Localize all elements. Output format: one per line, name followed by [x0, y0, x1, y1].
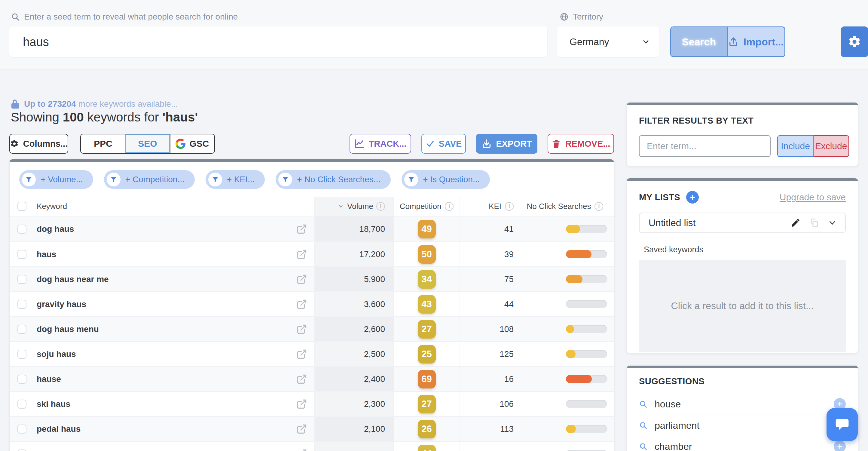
row-checkbox[interactable]	[18, 325, 26, 334]
competition-badge: 43	[418, 295, 436, 313]
header-kei[interactable]: KEI i	[460, 197, 523, 216]
header-volume[interactable]: Volume i	[314, 197, 394, 216]
funnel-icon	[278, 173, 292, 186]
list-chevron-down-icon[interactable]	[828, 218, 837, 227]
suggestion-item[interactable]: parliament +	[639, 415, 846, 436]
saved-keywords-empty-state: Click a result to add it to this list...	[639, 260, 846, 352]
suggestion-item[interactable]: house +	[639, 394, 846, 415]
external-link-icon[interactable]	[296, 274, 307, 285]
external-link-icon[interactable]	[296, 249, 307, 260]
kei-value: 113	[500, 424, 514, 434]
keyword-link[interactable]: ski haus	[37, 399, 70, 409]
external-link-icon[interactable]	[296, 324, 307, 335]
suggestions-card: SUGGESTIONS house + parliament + chamber…	[627, 366, 858, 451]
select-all-checkbox[interactable]	[18, 202, 26, 211]
table-row: soju haus 2,500 25 125	[10, 341, 614, 366]
territory-select[interactable]: Germany	[557, 26, 659, 57]
competition-badge: 50	[418, 245, 436, 264]
external-link-icon[interactable]	[296, 349, 307, 360]
keyword-link[interactable]: dog haus near me	[37, 274, 109, 284]
competition-badge: 25	[418, 345, 436, 363]
external-link-icon[interactable]	[296, 299, 307, 310]
row-checkbox[interactable]	[18, 250, 26, 259]
sort-desc-icon	[338, 203, 344, 210]
competition-badge: 44	[418, 445, 436, 451]
list-name: Untitled list	[649, 217, 696, 229]
info-icon[interactable]: i	[505, 202, 514, 211]
globe-icon	[560, 12, 569, 21]
external-link-icon[interactable]	[296, 449, 307, 451]
kei-value: 75	[504, 274, 514, 284]
row-checkbox[interactable]	[18, 374, 26, 384]
info-icon[interactable]: i	[594, 202, 603, 211]
suggestion-item[interactable]: chamber +	[639, 436, 846, 451]
download-icon	[482, 139, 492, 149]
header-competition[interactable]: Competition i	[394, 197, 460, 216]
remove-button[interactable]: REMOVE...	[548, 134, 614, 154]
row-checkbox[interactable]	[18, 300, 26, 309]
external-link-icon[interactable]	[296, 374, 307, 385]
filter-chip[interactable]: + Competition...	[104, 170, 195, 189]
exclude-button[interactable]: Exclude	[814, 135, 849, 157]
header-no-click-searches[interactable]: No Click Searches i	[523, 197, 614, 216]
seed-term-input[interactable]	[9, 26, 547, 57]
filter-chip[interactable]: + No Click Searches...	[276, 170, 391, 189]
keyword-link[interactable]: hause	[37, 374, 61, 384]
filter-chips-row: + Volume... + Competition... + KEI... + …	[10, 162, 614, 197]
no-click-searches-bar	[566, 225, 607, 233]
upgrade-link[interactable]: Upgrade to save	[780, 192, 846, 202]
keyword-link[interactable]: pedal haus	[37, 424, 81, 434]
info-icon[interactable]: i	[376, 202, 385, 211]
track-button[interactable]: TRACK...	[349, 134, 411, 154]
filter-chip[interactable]: + KEI...	[206, 170, 265, 189]
kei-value: 39	[504, 249, 514, 259]
keyword-link[interactable]: gravity haus	[37, 299, 86, 309]
tab-ppc[interactable]: PPC	[81, 134, 125, 153]
row-checkbox[interactable]	[18, 350, 26, 359]
filter-chip[interactable]: + Is Question...	[402, 170, 490, 189]
table-row: hause 2,400 69 16	[10, 366, 614, 391]
copy-list-icon[interactable]	[809, 218, 819, 228]
competition-badge: 49	[418, 220, 436, 238]
funnel-icon	[22, 173, 36, 186]
settings-button[interactable]	[841, 26, 868, 57]
external-link-icon[interactable]	[296, 399, 307, 410]
search-icon	[639, 400, 647, 408]
keyword-link[interactable]: soju haus	[37, 350, 76, 359]
volume-value: 1,900	[364, 449, 385, 451]
keyword-link[interactable]: gravity haus breckenridge	[37, 449, 142, 451]
header-keyword[interactable]: Keyword	[34, 197, 314, 216]
edit-list-icon[interactable]	[790, 218, 801, 228]
row-checkbox[interactable]	[18, 224, 26, 234]
info-icon[interactable]: i	[445, 202, 454, 211]
upsell-banner[interactable]: Up to 273204 more keywords available...	[11, 99, 178, 109]
keyword-link[interactable]: dog haus	[37, 224, 74, 234]
add-suggestion-button[interactable]: +	[834, 441, 846, 451]
page-title: Showing 100 keywords for 'haus'	[11, 110, 198, 124]
import-button[interactable]: Import...	[727, 27, 784, 56]
filter-chip[interactable]: + Volume...	[19, 170, 93, 189]
chevron-down-icon	[642, 38, 650, 46]
tab-seo[interactable]: SEO	[125, 134, 170, 153]
row-checkbox[interactable]	[18, 450, 26, 451]
table-row: gravity haus 3,600 43 44	[10, 291, 614, 316]
tab-gsc[interactable]: GSC	[170, 134, 214, 153]
keyword-link[interactable]: dog haus menu	[37, 324, 99, 334]
export-button[interactable]: EXPORT	[476, 134, 537, 154]
external-link-icon[interactable]	[296, 224, 307, 235]
columns-button[interactable]: Columns...	[9, 134, 68, 154]
row-checkbox[interactable]	[18, 399, 26, 409]
search-button[interactable]: Search	[671, 27, 727, 56]
chat-widget-button[interactable]	[827, 408, 858, 441]
filter-term-input[interactable]	[639, 135, 771, 157]
kei-value: 108	[499, 324, 514, 334]
add-list-button[interactable]: +	[686, 191, 699, 204]
include-button[interactable]: Include	[777, 135, 814, 157]
row-checkbox[interactable]	[18, 425, 26, 433]
territory-value: Germany	[569, 36, 609, 48]
keyword-link[interactable]: haus	[37, 249, 56, 259]
save-button[interactable]: SAVE	[422, 134, 466, 154]
external-link-icon[interactable]	[296, 424, 307, 434]
row-checkbox[interactable]	[18, 275, 26, 284]
current-list-box[interactable]: Untitled list	[639, 213, 846, 233]
